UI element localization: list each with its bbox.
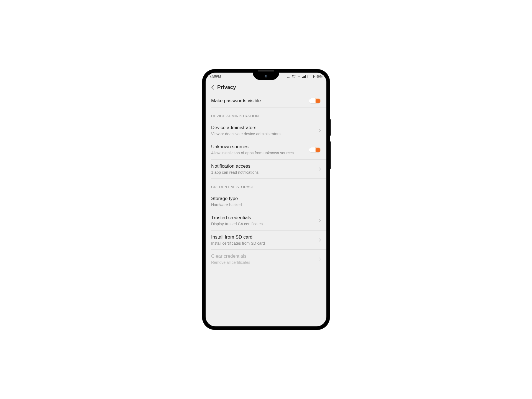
row-trusted-credentials[interactable]: Trusted credentials Display trusted CA c… [206,211,326,230]
chevron-right-icon [319,167,321,171]
row-clear-credentials: Clear credentials Remove all certificate… [206,250,326,268]
phone-frame: 7:59PM … 89% Privacy Make [202,69,330,330]
display-notch [253,73,279,80]
svg-rect-3 [304,76,305,78]
toggle-unknown-sources[interactable] [309,147,321,153]
row-subtitle: Hardware-backed [211,202,321,207]
battery-icon [308,75,315,78]
toggle-passwords-visible[interactable] [309,98,321,104]
row-title: Notification access [211,163,316,169]
chevron-right-icon [319,238,321,242]
row-title: Unknown sources [211,144,309,150]
section-device-administration: DEVICE ADMINISTRATION [206,108,326,121]
row-title: Storage type [211,196,321,202]
back-button[interactable] [208,83,217,91]
row-subtitle: Install certificates from SD card [211,241,316,246]
battery-percent: 89% [316,75,323,78]
row-subtitle: View or deactivate device administrators [211,131,316,136]
row-storage-type: Storage type Hardware-backed [206,192,326,211]
row-title: Clear credentials [211,253,316,259]
settings-list: Make passwords visible DEVICE ADMINISTRA… [206,94,326,268]
row-subtitle: Allow installation of apps from unknown … [211,150,309,155]
volume-button [330,119,331,136]
row-unknown-sources[interactable]: Unknown sources Allow installation of ap… [206,140,326,159]
section-credential-storage: CREDENTIAL STORAGE [206,179,326,192]
chevron-right-icon [319,219,321,222]
svg-rect-2 [303,76,304,78]
alarm-icon [292,75,296,78]
phone-speaker [258,70,274,71]
phone-screen: 7:59PM … 89% Privacy Make [206,73,326,326]
more-icon: … [287,75,291,78]
row-title: Install from SD card [211,234,316,240]
row-subtitle: 1 app can read notifications [211,170,316,175]
row-subtitle: Remove all certificates [211,260,316,265]
status-time: 7:59PM [209,75,221,78]
front-camera [265,75,267,78]
page-title: Privacy [217,84,236,90]
svg-rect-4 [305,75,306,78]
chevron-right-icon [319,129,321,132]
row-device-administrators[interactable]: Device administrators View or deactivate… [206,121,326,140]
signal-icon [302,75,306,78]
row-notification-access[interactable]: Notification access 1 app can read notif… [206,160,326,178]
row-make-passwords-visible[interactable]: Make passwords visible [206,94,326,108]
wifi-icon [297,75,301,78]
chevron-left-icon [211,85,214,90]
app-header: Privacy [206,80,326,94]
row-install-from-sd-card[interactable]: Install from SD card Install certificate… [206,231,326,249]
row-title: Make passwords visible [211,98,309,104]
row-title: Device administrators [211,125,316,131]
row-title: Trusted credentials [211,215,316,221]
power-button [330,141,331,169]
status-icons: … 89% [287,75,323,78]
row-subtitle: Display trusted CA certificates [211,221,316,226]
svg-rect-1 [302,77,303,78]
chevron-right-icon [319,257,321,261]
